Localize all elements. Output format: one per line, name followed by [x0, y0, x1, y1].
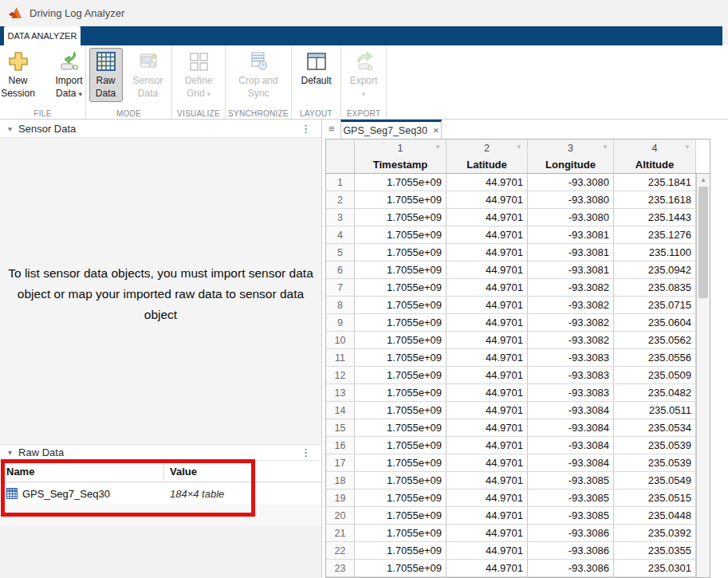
row-number-cell[interactable]: 21: [326, 525, 355, 541]
data-cell[interactable]: 1.7055e+09: [355, 174, 447, 191]
data-cell[interactable]: 235.0511: [614, 402, 696, 419]
row-number-cell[interactable]: 5: [326, 244, 355, 261]
data-cell[interactable]: 1.7055e+09: [355, 226, 447, 243]
data-cell[interactable]: 44.9701: [447, 560, 528, 576]
column-dropdown-icon[interactable]: [684, 144, 691, 151]
data-cell[interactable]: -93.3084: [528, 419, 614, 436]
data-cell[interactable]: 44.9701: [447, 314, 528, 331]
data-cell[interactable]: 1.7055e+09: [355, 402, 447, 419]
data-cell[interactable]: -93.3082: [528, 314, 614, 331]
data-cell[interactable]: 235.0301: [614, 560, 696, 576]
data-cell[interactable]: 1.7055e+09: [355, 472, 447, 489]
data-cell[interactable]: 1.7055e+09: [355, 297, 447, 313]
data-cell[interactable]: 1.7055e+09: [355, 209, 447, 226]
kebab-menu-icon[interactable]: [301, 446, 311, 458]
row-number-cell[interactable]: 9: [326, 314, 355, 331]
data-cell[interactable]: 1.7055e+09: [355, 560, 447, 576]
column-header-number[interactable]: 2: [447, 140, 528, 156]
data-cell[interactable]: 1.7055e+09: [355, 244, 447, 261]
data-cell[interactable]: -93.3085: [528, 507, 614, 524]
data-cell[interactable]: 44.9701: [447, 174, 528, 191]
data-cell[interactable]: 1.7055e+09: [355, 349, 447, 366]
data-cell[interactable]: -93.3084: [528, 454, 614, 471]
column-header-longitude[interactable]: Longitude: [528, 156, 614, 173]
data-cell[interactable]: -93.3080: [528, 174, 614, 191]
data-cell[interactable]: -93.3081: [528, 226, 614, 243]
data-cell[interactable]: 1.7055e+09: [355, 261, 447, 278]
data-cell[interactable]: -93.3084: [528, 402, 614, 419]
column-header-timestamp[interactable]: Timestamp: [355, 156, 447, 173]
close-tab-icon[interactable]: ×: [433, 124, 439, 136]
data-cell[interactable]: 235.0482: [614, 384, 696, 401]
data-cell[interactable]: 44.9701: [447, 332, 528, 348]
row-number-cell[interactable]: 10: [326, 332, 355, 348]
data-cell[interactable]: 44.9701: [447, 209, 528, 226]
tab-list-icon[interactable]: [329, 123, 335, 135]
data-cell[interactable]: 235.0534: [614, 419, 696, 436]
data-cell[interactable]: -93.3080: [528, 191, 614, 208]
kebab-menu-icon[interactable]: [301, 123, 311, 135]
data-cell[interactable]: 1.7055e+09: [355, 525, 447, 541]
data-cell[interactable]: -93.3086: [528, 560, 614, 576]
collapse-caret-icon[interactable]: [8, 124, 12, 133]
tab-data-analyzer[interactable]: DATA ANALYZER: [4, 26, 81, 45]
data-cell[interactable]: 235.0835: [614, 279, 696, 296]
row-number-cell[interactable]: 16: [326, 437, 355, 454]
data-cell[interactable]: 1.7055e+09: [355, 279, 447, 296]
default-layout-button[interactable]: Default: [297, 48, 334, 89]
data-cell[interactable]: -93.3082: [528, 332, 614, 348]
panel-splitter[interactable]: [321, 120, 322, 578]
data-cell[interactable]: 235.1443: [614, 209, 696, 226]
scrollbar-thumb[interactable]: [698, 187, 708, 298]
data-cell[interactable]: 44.9701: [447, 226, 528, 243]
data-cell[interactable]: 235.0715: [614, 297, 696, 313]
column-dropdown-icon[interactable]: [435, 144, 441, 151]
data-cell[interactable]: 1.7055e+09: [355, 314, 447, 331]
data-cell[interactable]: -93.3083: [528, 384, 614, 401]
row-number-cell[interactable]: 7: [326, 279, 355, 296]
data-cell[interactable]: 235.0515: [614, 490, 696, 506]
data-cell[interactable]: 44.9701: [447, 367, 528, 383]
row-number-cell[interactable]: 15: [326, 419, 355, 436]
row-number-cell[interactable]: 17: [326, 454, 355, 471]
column-header-latitude[interactable]: Latitude: [447, 156, 528, 173]
row-number-cell[interactable]: 3: [326, 209, 355, 226]
document-tab-gps-seg7-seq30[interactable]: GPS_Seg7_Seq30 ×: [340, 120, 442, 139]
row-number-cell[interactable]: 14: [326, 402, 355, 419]
scroll-up-icon[interactable]: [700, 176, 706, 183]
data-cell[interactable]: 235.0549: [614, 472, 696, 489]
data-cell[interactable]: 1.7055e+09: [355, 332, 447, 348]
data-cell[interactable]: 1.7055e+09: [355, 419, 447, 436]
new-session-button[interactable]: New Session: [0, 48, 42, 103]
data-cell[interactable]: 44.9701: [447, 244, 528, 261]
row-number-cell[interactable]: 4: [326, 226, 355, 243]
data-cell[interactable]: 44.9701: [447, 191, 528, 208]
data-cell[interactable]: 44.9701: [447, 454, 528, 471]
column-header-number[interactable]: 3: [528, 140, 614, 156]
vertical-scrollbar[interactable]: [696, 174, 710, 577]
row-number-cell[interactable]: 19: [326, 490, 355, 506]
data-cell[interactable]: 44.9701: [447, 542, 528, 559]
data-cell[interactable]: -93.3083: [528, 349, 614, 366]
data-cell[interactable]: -93.3081: [528, 261, 614, 278]
data-cell[interactable]: 44.9701: [447, 297, 528, 313]
row-number-cell[interactable]: 23: [326, 560, 355, 576]
column-header-altitude[interactable]: Altitude: [614, 156, 696, 173]
column-divider[interactable]: [163, 462, 164, 482]
raw-data-button[interactable]: Raw Data: [89, 48, 123, 102]
data-cell[interactable]: 235.1841: [614, 174, 696, 191]
data-cell[interactable]: 1.7055e+09: [355, 437, 447, 454]
collapse-caret-icon[interactable]: [8, 448, 12, 457]
row-number-cell[interactable]: 20: [326, 507, 355, 524]
data-cell[interactable]: 1.7055e+09: [355, 507, 447, 524]
data-cell[interactable]: 235.0604: [614, 314, 696, 331]
data-cell[interactable]: 44.9701: [447, 472, 528, 489]
data-cell[interactable]: 44.9701: [447, 419, 528, 436]
crop-and-sync-button[interactable]: Crop and Sync: [232, 48, 285, 102]
data-cell[interactable]: 235.0539: [614, 454, 696, 471]
data-cell[interactable]: 1.7055e+09: [355, 454, 447, 471]
data-cell[interactable]: 235.0355: [614, 542, 696, 559]
define-grid-button[interactable]: Define Grid: [178, 48, 219, 103]
row-number-cell[interactable]: 6: [326, 261, 355, 278]
data-cell[interactable]: 1.7055e+09: [355, 191, 447, 208]
